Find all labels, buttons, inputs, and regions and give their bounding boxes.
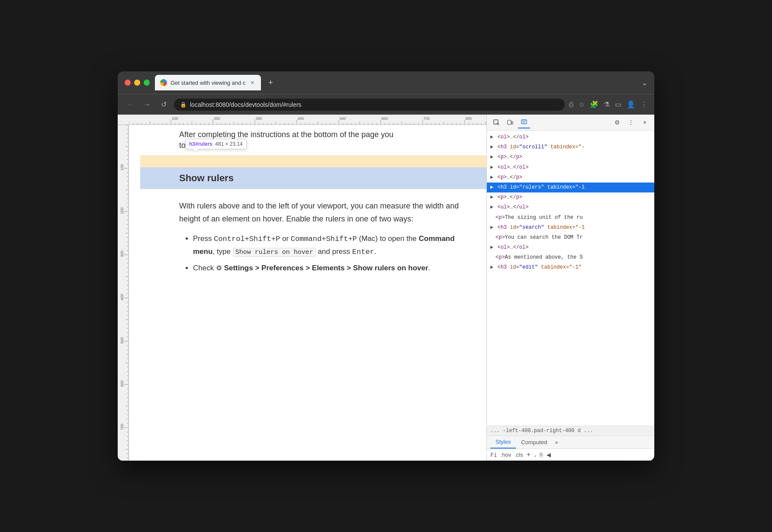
inspector-icon [493, 119, 499, 125]
bullet1-keys: Control+Shift+P [214, 235, 280, 243]
comment-icon [521, 119, 527, 125]
dom-line-ol2[interactable]: ▶ <ol>…</ol> [487, 163, 654, 173]
add-style-button[interactable]: + [527, 451, 531, 458]
svg-rect-3 [511, 122, 513, 124]
tooltip-selector: h3#rulers [189, 141, 212, 147]
bullet1-period: . [374, 247, 376, 256]
tab-title: Get started with viewing and c [170, 80, 245, 86]
profile-icon[interactable]: 👤 [627, 100, 635, 109]
elements-panel-button[interactable] [518, 116, 530, 128]
page-area: h3#rulers 481 × 23.14 After completing t… [118, 115, 486, 461]
tab-list-button[interactable]: ⌄ [642, 79, 647, 87]
menu-icon[interactable]: ⋮ [640, 100, 647, 109]
dom-line-ol3[interactable]: ▶ <ol>…</ol> [487, 243, 654, 253]
minimize-button[interactable] [134, 80, 140, 86]
dom-line-ol1[interactable]: ▶ <ol>…</ol> [487, 132, 654, 142]
bullet1-or: or [280, 234, 291, 243]
dom-line-h3-search[interactable]: ▶ <h3 id="search" tabindex="-1 [487, 223, 654, 233]
dom-line-h3-scroll1[interactable]: ▶ <h3 id="scroll1" tabindex="- [487, 142, 654, 152]
title-bar: Get started with viewing and c × + ⌄ [118, 71, 654, 94]
extensions-icon[interactable]: 🧩 [590, 100, 598, 109]
tabs-area: Get started with viewing and c × + [155, 75, 637, 90]
bullet1-keys2: Command+Shift+P [291, 235, 357, 243]
page-inner: After completing the instructions at the… [140, 128, 486, 295]
ruler-canvas-v [118, 125, 129, 461]
traffic-lights [125, 80, 150, 86]
bullet2-period: . [428, 264, 431, 272]
computed-tab[interactable]: Computed [516, 436, 552, 448]
show-rulers-heading: Show rulers [179, 173, 234, 183]
address-input[interactable]: 🔒 localhost:8080/docs/devtools/dom/#rule… [174, 99, 565, 111]
styles-panel: Styles Computed » Fi :hov .cls + ⌟ ⎘ ◀ [487, 436, 654, 461]
browser-tab[interactable]: Get started with viewing and c × [155, 75, 261, 90]
arrow-button[interactable]: ◀ [547, 452, 551, 458]
bullet1-prefix: Press [193, 234, 214, 243]
element-tooltip: h3#rulers 481 × 23.14 [185, 139, 247, 149]
device-icon [507, 119, 513, 125]
dom-line-p3[interactable]: ▶ <p>…</p> [487, 192, 654, 202]
forward-button[interactable]: → [141, 99, 153, 111]
svg-rect-2 [508, 120, 511, 125]
styles-tab[interactable]: Styles [490, 436, 516, 449]
tab-favicon [160, 79, 167, 86]
back-button[interactable]: ← [125, 99, 137, 111]
ruler-canvas-h [129, 115, 486, 125]
bookmark-icon[interactable]: ☆ [579, 100, 585, 109]
inspector-button[interactable] [490, 116, 502, 128]
dom-line-h3-rulers[interactable]: ▶ <h3 id="rulers" tabindex="-1 [487, 183, 654, 192]
dom-tree[interactable]: ▶ <ol>…</ol> ▶ <h3 id="scroll1" tabindex… [487, 131, 654, 426]
browser-content: h3#rulers 481 × 23.14 After completing t… [118, 115, 654, 461]
dom-line-p1[interactable]: ▶ <p>…</p> [487, 152, 654, 162]
copy-styles-button[interactable]: ⎘ [540, 452, 543, 458]
horizontal-ruler [118, 115, 486, 125]
lock-icon: 🔒 [180, 102, 187, 108]
more-tabs-button[interactable]: » [552, 436, 560, 448]
page-with-ruler: h3#rulers 481 × 23.14 After completing t… [118, 125, 486, 461]
share-icon[interactable]: ⎙ [569, 101, 573, 109]
dom-line-ul1[interactable]: ▶ <ul>…</ul> [487, 202, 654, 212]
cls-button[interactable]: .cls [515, 452, 523, 458]
dom-line-p-search: <p>You can search the DOM Tr [487, 233, 654, 243]
style-adjust-icon[interactable]: ⌟ [534, 452, 536, 458]
styles-tabs: Styles Computed » [487, 436, 654, 449]
body-text: With rulers above and to the left of you… [179, 199, 460, 226]
browser-window: Get started with viewing and c × + ⌄ ← →… [118, 71, 654, 461]
dom-line-p2[interactable]: ▶ <p>…</p> [487, 173, 654, 183]
tooltip-arrow-inner [193, 148, 199, 152]
vertical-ruler [118, 125, 129, 461]
new-tab-button[interactable]: + [264, 77, 277, 89]
tooltip-dims: 481 × 23.14 [215, 141, 243, 147]
cast-icon[interactable]: ▭ [615, 100, 621, 109]
close-button[interactable] [125, 80, 131, 86]
instruction-list: Press Control+Shift+P or Command+Shift+P… [179, 233, 460, 275]
tab-close-button[interactable]: × [249, 79, 256, 86]
url-text: localhost:8080/docs/devtools/dom/#rulers [190, 101, 302, 108]
maximize-button[interactable] [144, 80, 150, 86]
dom-line-p-sizing: <p>The sizing unit of the ru [487, 213, 654, 223]
bullet1-mid: , type [212, 247, 232, 256]
dom-line-h3-edit[interactable]: ▶ <h3 id="edit" tabindex="-1" [487, 263, 654, 272]
refresh-button[interactable]: ↺ [158, 99, 170, 111]
devtools-panel: ⚙ ⋮ × ▶ <ol>…</ol> ▶ <h3 id="scroll1" ta… [486, 115, 654, 461]
breadcrumb-text: ... -left-400.pad-right-400 d ... [490, 428, 593, 434]
browser-toolbar-icons: ⎙ ☆ 🧩 ⚗ ▭ 👤 ⋮ [569, 100, 647, 109]
bullet1-enter: Enter [352, 248, 374, 256]
settings-button[interactable]: ⚙ [611, 116, 623, 128]
device-toolbar-button[interactable] [504, 116, 516, 128]
close-devtools-button[interactable]: × [639, 116, 651, 128]
address-bar: ← → ↺ 🔒 localhost:8080/docs/devtools/dom… [118, 94, 654, 115]
bullet1-suffix: (Mac) to open the [357, 234, 419, 243]
dom-line-p-mentioned: <p>As mentioned above, the S [487, 253, 654, 263]
bullet2-prefix: Check [193, 264, 216, 272]
bullet2-gear: ⚙ [216, 264, 222, 272]
styles-toolbar: Fi :hov .cls + ⌟ ⎘ ◀ [487, 449, 654, 461]
lab-icon[interactable]: ⚗ [604, 100, 610, 109]
more-options-button[interactable]: ⋮ [625, 116, 637, 128]
orange-highlight [140, 155, 486, 167]
blue-highlight: Show rulers [140, 167, 486, 189]
svg-rect-4 [521, 120, 527, 124]
hov-button[interactable]: :hov [501, 452, 511, 458]
page-content[interactable]: h3#rulers 481 × 23.14 After completing t… [129, 125, 486, 461]
bullet-item-1: Press Control+Shift+P or Command+Shift+P… [193, 233, 460, 259]
bullet2-bold: Settings > Preferences > Elements > Show… [222, 264, 428, 272]
